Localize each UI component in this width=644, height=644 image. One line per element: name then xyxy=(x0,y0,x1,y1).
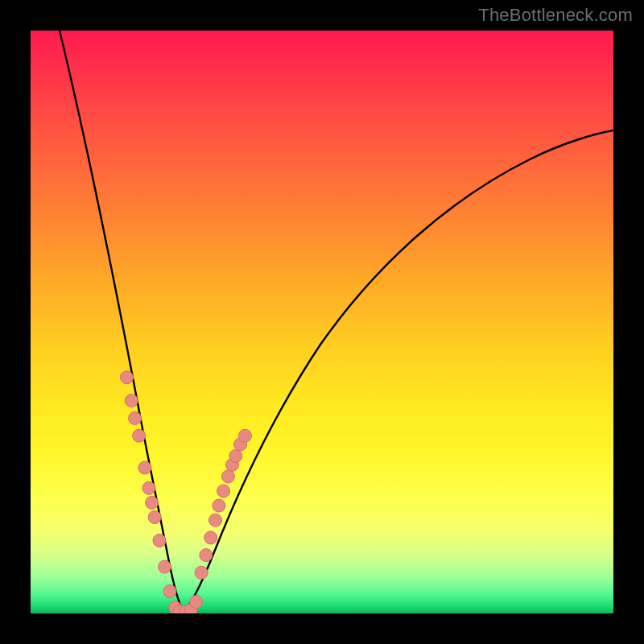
curve-group xyxy=(60,31,613,612)
sample-dot xyxy=(200,549,213,562)
sample-dot xyxy=(229,450,242,463)
sample-dot xyxy=(148,511,161,524)
sample-dot xyxy=(204,531,217,544)
sample-dot xyxy=(190,596,203,609)
sample-dot xyxy=(195,566,208,579)
chart-frame: TheBottleneck.com xyxy=(0,0,644,644)
sample-dot xyxy=(142,481,155,494)
chart-svg xyxy=(31,31,613,613)
sample-dot xyxy=(138,461,151,474)
sample-dot xyxy=(209,514,222,526)
dots-layer xyxy=(121,371,252,613)
sample-dot xyxy=(213,499,225,512)
watermark-text: TheBottleneck.com xyxy=(478,5,633,26)
sample-dot xyxy=(221,470,234,483)
sample-dot xyxy=(153,535,166,547)
sample-dot xyxy=(146,496,159,509)
sample-dot xyxy=(129,412,142,425)
sample-dot xyxy=(125,394,138,407)
plot-area xyxy=(31,31,613,613)
sample-dot xyxy=(217,485,230,497)
right-branch-curve xyxy=(184,130,613,612)
sample-dot xyxy=(163,585,176,598)
sample-dot xyxy=(238,429,251,442)
left-branch-curve xyxy=(60,31,184,612)
sample-dot xyxy=(159,560,171,573)
sample-dot xyxy=(121,371,134,384)
sample-dot xyxy=(133,429,146,442)
